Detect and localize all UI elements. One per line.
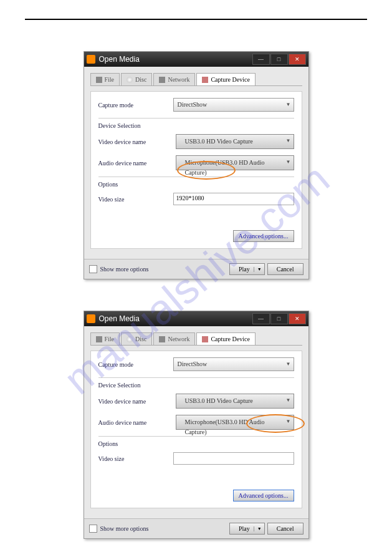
tab-disc[interactable]: Disc bbox=[121, 73, 152, 85]
options-label: Options bbox=[98, 181, 294, 188]
video-device-label: Video device name bbox=[98, 398, 173, 405]
tab-file[interactable]: File bbox=[90, 73, 120, 85]
options-label: Options bbox=[98, 440, 294, 447]
tab-file[interactable]: File bbox=[90, 332, 120, 345]
capture-mode-select[interactable]: DirectShow bbox=[173, 357, 294, 371]
vlc-icon bbox=[87, 314, 95, 323]
device-selection-label: Device Selection bbox=[98, 122, 294, 129]
show-more-label: Show more options bbox=[100, 266, 227, 273]
window-title: Open Media bbox=[99, 55, 252, 64]
video-device-label: Video device name bbox=[98, 138, 173, 145]
close-button[interactable]: ✕ bbox=[289, 313, 306, 324]
disc-icon bbox=[127, 336, 133, 342]
play-button[interactable]: Play bbox=[229, 263, 265, 275]
minimize-button[interactable]: — bbox=[252, 54, 270, 65]
play-button[interactable]: Play bbox=[229, 523, 265, 535]
open-media-dialog-1: Open Media — □ ✕ File Disc Network Captu… bbox=[84, 51, 309, 279]
tab-network[interactable]: Network bbox=[153, 73, 195, 85]
open-media-dialog-2: Open Media — □ ✕ File Disc Network Captu… bbox=[84, 311, 309, 539]
tab-strip: File Disc Network Capture Device bbox=[90, 73, 302, 86]
vlc-icon bbox=[87, 55, 95, 64]
video-device-select[interactable]: USB3.0 HD Video Capture bbox=[176, 134, 294, 149]
file-icon bbox=[96, 77, 102, 83]
audio-device-label: Audio device name bbox=[98, 160, 173, 167]
tab-capture-device[interactable]: Capture Device bbox=[196, 73, 255, 85]
titlebar[interactable]: Open Media — □ ✕ bbox=[84, 311, 308, 326]
maximize-button[interactable]: □ bbox=[270, 313, 288, 324]
cancel-button[interactable]: Cancel bbox=[267, 523, 304, 535]
capture-mode-select[interactable]: DirectShow bbox=[173, 98, 294, 112]
device-selection-label: Device Selection bbox=[98, 382, 294, 389]
audio-device-select[interactable]: Microphone(USB3.0 HD Audio Capture) bbox=[176, 155, 294, 170]
video-size-label: Video size bbox=[98, 455, 173, 462]
minimize-button[interactable]: — bbox=[252, 313, 270, 324]
show-more-checkbox[interactable] bbox=[89, 525, 97, 533]
header-rule bbox=[25, 19, 367, 20]
video-device-select[interactable]: USB3.0 HD Video Capture bbox=[176, 394, 294, 409]
tab-network[interactable]: Network bbox=[153, 332, 195, 345]
video-size-input[interactable]: 1920*1080 bbox=[173, 193, 294, 205]
capture-mode-label: Capture mode bbox=[98, 102, 173, 109]
capture-icon bbox=[202, 336, 208, 342]
cancel-button[interactable]: Cancel bbox=[267, 263, 304, 275]
advanced-options-button[interactable]: Advanced options... bbox=[233, 230, 294, 242]
video-size-label: Video size bbox=[98, 196, 173, 203]
close-button[interactable]: ✕ bbox=[289, 54, 306, 65]
file-icon bbox=[96, 336, 102, 342]
window-title: Open Media bbox=[99, 314, 252, 323]
disc-icon bbox=[127, 77, 133, 83]
audio-device-label: Audio device name bbox=[98, 419, 173, 426]
tab-strip: File Disc Network Capture Device bbox=[90, 332, 302, 346]
show-more-label: Show more options bbox=[100, 525, 227, 532]
capture-icon bbox=[202, 77, 208, 83]
show-more-checkbox[interactable] bbox=[89, 265, 97, 273]
tab-disc[interactable]: Disc bbox=[121, 332, 152, 345]
network-icon bbox=[159, 336, 165, 342]
titlebar[interactable]: Open Media — □ ✕ bbox=[84, 52, 308, 67]
audio-device-select[interactable]: Microphone(USB3.0 HD Audio Capture) bbox=[176, 415, 294, 430]
capture-mode-label: Capture mode bbox=[98, 361, 173, 368]
advanced-options-button[interactable]: Advanced options... bbox=[233, 490, 294, 501]
network-icon bbox=[159, 77, 165, 83]
maximize-button[interactable]: □ bbox=[270, 54, 288, 65]
video-size-input[interactable] bbox=[173, 452, 294, 465]
tab-capture-device[interactable]: Capture Device bbox=[196, 332, 255, 345]
